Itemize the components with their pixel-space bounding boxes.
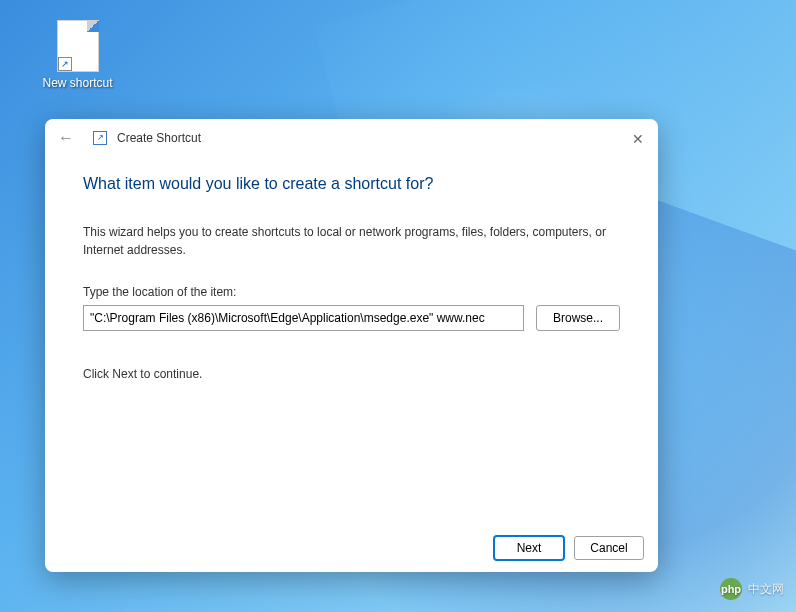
dialog-footer: Next Cancel <box>45 524 658 572</box>
title-bar: ← ↗ Create Shortcut ✕ <box>45 119 658 157</box>
shortcut-wizard-icon: ↗ <box>93 131 107 145</box>
cancel-button[interactable]: Cancel <box>574 536 644 560</box>
location-field-label: Type the location of the item: <box>83 285 620 299</box>
location-input[interactable] <box>83 305 524 331</box>
desktop-shortcut-icon[interactable]: ↗ New shortcut <box>40 20 115 90</box>
close-button[interactable]: ✕ <box>626 127 650 151</box>
create-shortcut-dialog: ← ↗ Create Shortcut ✕ What item would yo… <box>45 119 658 572</box>
dialog-description: This wizard helps you to create shortcut… <box>83 223 620 259</box>
location-field-row: Browse... <box>83 305 620 331</box>
browse-button[interactable]: Browse... <box>536 305 620 331</box>
watermark-text: 中文网 <box>748 581 784 598</box>
back-icon: ← <box>57 129 75 147</box>
file-icon: ↗ <box>57 20 99 72</box>
watermark-logo-icon: php <box>720 578 742 600</box>
desktop-icon-label: New shortcut <box>40 76 115 90</box>
dialog-heading: What item would you like to create a sho… <box>83 175 620 193</box>
next-button[interactable]: Next <box>494 536 564 560</box>
dialog-title: Create Shortcut <box>117 131 201 145</box>
watermark: php 中文网 <box>720 578 784 600</box>
dialog-content: What item would you like to create a sho… <box>45 157 658 524</box>
continue-hint: Click Next to continue. <box>83 367 620 381</box>
shortcut-arrow-icon: ↗ <box>58 57 72 71</box>
